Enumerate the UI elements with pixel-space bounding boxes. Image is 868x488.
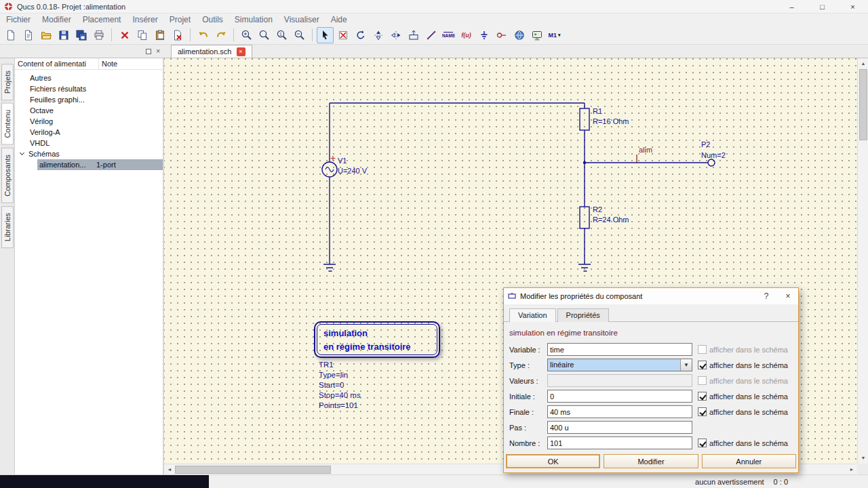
redo-button[interactable] [212,27,229,43]
tr1-simulation-block[interactable]: TR1 Type=lin Start=0 Stop=40 ms Points=1… [319,360,361,411]
sidebar-tab-composants[interactable]: Composants [1,148,14,203]
expand-caret-icon[interactable] [20,150,24,155]
modifier-button[interactable]: Modifier [604,454,698,468]
zoom-out-button[interactable] [291,27,308,43]
v1-value-label[interactable]: U=240 V [338,167,368,175]
r1-value-label[interactable]: R=16 Ohm [593,117,629,125]
print-button[interactable] [90,27,107,43]
dock-float-icon[interactable] [146,49,151,54]
ground-symbol-r2[interactable] [578,264,591,271]
initiale-input[interactable] [547,390,692,403]
p2-name-label[interactable]: P2 [701,140,710,148]
menu-fichier[interactable]: Fichier [6,15,31,24]
zoom-fit-button[interactable] [256,27,273,43]
tree-item-octave[interactable]: Octave [15,105,163,116]
p2-value-label[interactable]: Num=2 [701,151,726,159]
menu-outils[interactable]: Outils [202,15,223,24]
dialog-close-button[interactable]: × [779,291,797,301]
tab-alimentation-sch[interactable]: alimentation.sch × [171,45,252,58]
circuit-wires[interactable] [330,103,708,264]
nombre-input[interactable] [547,436,692,449]
tree-item-autres[interactable]: Autres [15,73,163,83]
show-in-schema-checkbox[interactable]: afficher dans le schéma [698,361,788,369]
pas-input[interactable] [547,421,692,434]
go-into-button[interactable] [405,27,422,43]
menu-modifier[interactable]: Modifier [42,15,71,24]
sidebar-tab-libraries[interactable]: Libraries [1,206,14,248]
show-in-schema-checkbox[interactable]: afficher dans le schéma [698,376,788,385]
tree-item-schemas[interactable]: Schémas [15,148,163,159]
label-button[interactable]: NAME [440,27,457,43]
close-file-button[interactable] [116,27,133,43]
show-in-schema-checkbox[interactable]: afficher dans le schéma [698,345,788,354]
equation-button[interactable]: f(u) [458,27,475,43]
tree-item-alimentation-selected[interactable]: alimentation... 1-port [37,159,163,170]
m1-button[interactable]: M1▾ [546,27,563,43]
tree-item-fichiers-resultats[interactable]: Fichiers résultats [15,83,163,94]
menu-visualiser[interactable]: Visualiser [284,15,319,24]
finale-input[interactable] [547,405,692,418]
sidebar-tab-contenu[interactable]: Contenu [1,103,14,145]
scroll-up-icon[interactable]: ▲ [858,58,868,69]
minimize-button[interactable]: – [776,0,807,13]
tree-item-feuilles-graphiques[interactable]: Feuilles graphi... [15,94,163,105]
node-label-alim[interactable]: alim [639,146,652,154]
r2-resistor[interactable] [580,207,589,228]
scroll-down-icon[interactable]: ▼ [858,453,868,464]
ok-button[interactable]: OK [506,454,600,468]
type-combobox[interactable]: linéaire ▼ [547,359,692,371]
rotate-button[interactable] [352,27,369,43]
save-all-button[interactable] [73,27,90,43]
copy-button[interactable] [134,27,151,43]
select-button[interactable] [317,27,334,43]
variable-input[interactable] [547,343,692,356]
dock-close-icon[interactable]: × [156,48,160,55]
r2-value-label[interactable]: R=24 Ohm [593,216,629,224]
tab-proprietes[interactable]: Propriétés [557,308,609,322]
menu-aide[interactable]: Aide [331,15,347,24]
menu-projet[interactable]: Projet [170,15,191,24]
paste-button[interactable] [151,27,168,43]
zoom-one-button[interactable]: 1 [273,27,290,43]
mirror-y-button[interactable] [387,27,404,43]
r1-resistor[interactable] [580,108,589,130]
ground-button[interactable] [475,27,492,43]
tree-item-vhdl[interactable]: VHDL [15,138,163,148]
r1-name-label[interactable]: R1 [593,107,602,115]
ground-symbol-v1[interactable] [323,264,336,271]
tree-item-verilog[interactable]: Vérilog [15,116,163,127]
scroll-right-icon[interactable]: ► [846,464,857,474]
zoom-in-button[interactable] [238,27,255,43]
sidebar-tab-projets[interactable]: Projets [1,64,14,100]
menu-placement[interactable]: Placement [83,15,121,24]
scroll-left-icon[interactable]: ◄ [164,464,175,474]
view-data-button[interactable] [528,27,545,43]
show-in-schema-checkbox[interactable]: afficher dans le schéma [698,392,788,401]
v1-voltage-source[interactable] [322,162,337,177]
chevron-down-icon[interactable]: ▼ [680,359,692,371]
menu-simulation[interactable]: Simulation [235,15,273,24]
tab-variation[interactable]: Variation [509,308,556,322]
new-text-button[interactable] [20,27,37,43]
v1-name-label[interactable]: V1 [338,157,347,165]
maximize-button[interactable]: □ [807,0,837,13]
deactivate-button[interactable] [334,27,351,43]
tree-item-verilog-a[interactable]: Verilog-A [15,127,163,138]
vertical-scroll-thumb[interactable] [859,69,867,140]
delete-button[interactable] [169,27,186,43]
annuler-button[interactable]: Annuler [702,454,796,468]
simulate-button[interactable] [511,27,528,43]
save-button[interactable] [55,27,72,43]
vertical-scrollbar[interactable]: ▲ ▼ [857,58,868,464]
p2-port[interactable] [708,159,715,166]
close-button[interactable]: × [837,0,868,13]
new-file-button[interactable] [2,27,19,43]
undo-button[interactable] [195,27,212,43]
simulation-text-frame[interactable]: simulation en régime transitoire [314,321,440,358]
tab-close-icon[interactable]: × [237,47,245,56]
show-in-schema-checkbox[interactable]: afficher dans le schéma [698,407,788,416]
menu-inserer[interactable]: Insérer [132,15,157,24]
mirror-x-button[interactable] [370,27,387,43]
show-in-schema-checkbox[interactable]: afficher dans le schéma [698,439,788,447]
dialog-help-button[interactable]: ? [757,291,775,301]
